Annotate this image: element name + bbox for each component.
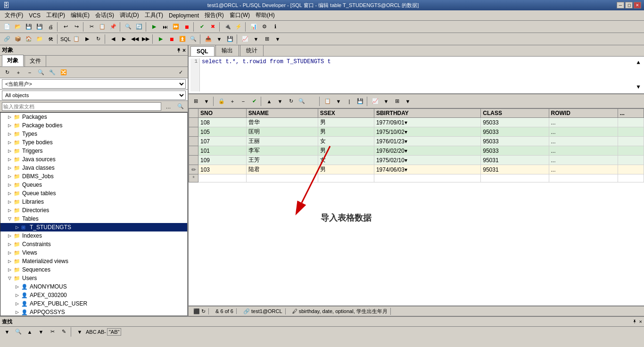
- tb-save[interactable]: 💾: [24, 22, 34, 32]
- tree-item-apex-030200[interactable]: ▷ 👤 APEX_030200: [0, 291, 187, 299]
- tb-connect[interactable]: 🔌: [223, 22, 233, 32]
- objects-dropdown[interactable]: All objects: [2, 91, 186, 100]
- menu-edit[interactable]: 编辑(E): [68, 10, 92, 20]
- tb-cut[interactable]: ✂: [86, 22, 97, 32]
- toggle-apex-public[interactable]: ▷: [16, 301, 21, 306]
- cell-ssex[interactable]: 男: [318, 127, 374, 137]
- scroll-up-icon[interactable]: ▲: [636, 59, 640, 66]
- tree-item-tables[interactable]: ▽ 📁 Tables: [0, 215, 187, 223]
- tb2-8[interactable]: ▶: [82, 34, 92, 44]
- cell-rowid[interactable]: ...: [549, 127, 618, 137]
- tree-item-types[interactable]: ▷ 📁 Types: [0, 130, 187, 138]
- tb-step[interactable]: ⏭: [160, 22, 170, 32]
- cell-sno[interactable]: 103: [198, 165, 247, 174]
- data-tb-grid2[interactable]: ⊞: [392, 96, 402, 107]
- toggle-tables[interactable]: ▽: [8, 216, 14, 221]
- left-refresh[interactable]: ↻: [2, 67, 12, 78]
- toggle-directories[interactable]: ▷: [8, 208, 14, 213]
- toggle-queue-tables[interactable]: ▷: [8, 191, 14, 196]
- tree-item-constraints[interactable]: ▷ 📁 Constraints: [0, 240, 187, 248]
- bt-7[interactable]: ▼: [74, 327, 85, 337]
- tb-print[interactable]: 🖨: [45, 22, 56, 32]
- tb2-24[interactable]: ▼: [272, 34, 283, 44]
- cell-rowid[interactable]: ...: [549, 165, 618, 174]
- tb2-6[interactable]: SQL: [60, 34, 71, 44]
- tb2-19[interactable]: ▼: [214, 34, 224, 44]
- left-search[interactable]: 🔍: [36, 67, 46, 78]
- cell-sbirthday[interactable]: 1974/06/03▾: [374, 165, 480, 174]
- tb-step2[interactable]: ⏩: [171, 22, 181, 32]
- tb-redo[interactable]: ↪: [71, 22, 82, 32]
- filter-btn[interactable]: …: [163, 101, 173, 112]
- cell-sname[interactable]: 匡明: [246, 127, 318, 137]
- col-class[interactable]: CLASS: [481, 109, 549, 118]
- filter-input[interactable]: [2, 102, 161, 111]
- tree-item-users[interactable]: ▽ 📁 Users: [0, 274, 187, 282]
- tb-rollback[interactable]: ✖: [207, 22, 218, 32]
- data-tb-chart2[interactable]: ▼: [381, 96, 391, 107]
- col-sbirthday[interactable]: SBIRTHDAY: [374, 109, 480, 118]
- data-tb-lock[interactable]: 🔒: [216, 96, 227, 107]
- data-tb-confirm[interactable]: ✔: [249, 96, 259, 107]
- tree-item-sequences[interactable]: ▷ 📁 Sequences: [0, 265, 187, 274]
- cell-ssex[interactable]: 男: [318, 118, 374, 127]
- cell-ssex[interactable]: 男: [318, 146, 374, 156]
- tb2-14[interactable]: ▶: [156, 34, 166, 44]
- tb2-4[interactable]: 📁: [34, 34, 45, 44]
- menu-file[interactable]: 文件(F): [2, 10, 26, 20]
- cell-rowid[interactable]: ...: [549, 146, 618, 156]
- bt-3[interactable]: ▲: [25, 327, 35, 337]
- bt-4[interactable]: ▼: [36, 327, 46, 337]
- data-tb-find2[interactable]: 🔍: [297, 96, 307, 107]
- cell-sname[interactable]: 王芳: [246, 156, 318, 165]
- tree-item-package-bodies[interactable]: ▷ 📁 Package bodies: [0, 121, 187, 130]
- cell-sbirthday[interactable]: 1976/02/20▾: [374, 146, 480, 156]
- tab-stats[interactable]: 统计: [240, 45, 264, 56]
- tb2-7[interactable]: 📋: [71, 34, 82, 44]
- filter-go[interactable]: 🔍: [175, 101, 186, 112]
- tb2-12[interactable]: ◀◀: [130, 34, 140, 44]
- cell-sno-new[interactable]: [198, 174, 247, 182]
- data-tb-down[interactable]: ▼: [275, 96, 285, 107]
- sql-content[interactable]: select t.*, t.rowid from T_STUDENGTS t: [200, 58, 635, 91]
- tb2-10[interactable]: ◀: [108, 34, 118, 44]
- close-button[interactable]: ✕: [634, 2, 641, 8]
- left-filter[interactable]: 🔧: [47, 67, 58, 78]
- menu-report[interactable]: 报告(R): [202, 10, 227, 20]
- table-row-new[interactable]: *: [189, 174, 644, 182]
- cell-class[interactable]: 95031: [481, 165, 549, 174]
- menu-project[interactable]: 工程(P): [43, 10, 68, 20]
- tree-item-mat-views[interactable]: ▷ 📁 Materialized views: [0, 257, 187, 265]
- tree-item-triggers[interactable]: ▷ 📁 Triggers: [0, 147, 187, 155]
- tb-commit[interactable]: ✔: [197, 22, 207, 32]
- tree-item-java-classes[interactable]: ▷ 📁 Java classes: [0, 164, 187, 172]
- tree-item-type-bodies[interactable]: ▷ 📁 Type bodies: [0, 138, 187, 147]
- cell-sbirthday-new[interactable]: [374, 174, 480, 182]
- tb-replace[interactable]: 🔄: [134, 22, 144, 32]
- tb2-18[interactable]: 📥: [203, 34, 214, 44]
- menu-session[interactable]: 会话(S): [92, 10, 117, 20]
- menu-window[interactable]: 窗口(W): [227, 10, 253, 20]
- bottom-pin[interactable]: 🖈: [632, 319, 637, 324]
- tree-item-t-studengts[interactable]: ▷ ⊞ T_STUDENGTS: [0, 223, 187, 231]
- tree-item-dbms-jobs[interactable]: ▷ 📁 DBMS_Jobs: [0, 172, 187, 181]
- cell-sname[interactable]: 李军: [246, 146, 318, 156]
- tb2-15[interactable]: ⏹: [166, 34, 177, 44]
- cell-sbirthday[interactable]: 1975/02/10▾: [374, 156, 480, 165]
- tree-item-libraries[interactable]: ▷ 📁 Libraries: [0, 198, 187, 206]
- tree-item-appqossys[interactable]: ▷ 👤 APPQOSSYS: [0, 308, 187, 316]
- bt-1[interactable]: ▼: [2, 327, 12, 337]
- cell-rowid[interactable]: ...: [549, 156, 618, 165]
- tree-item-directories[interactable]: ▷ 📁 Directories: [0, 206, 187, 215]
- col-ssex[interactable]: SSEX: [318, 109, 374, 118]
- tab-sql[interactable]: SQL: [190, 46, 215, 56]
- cell-sno[interactable]: 105: [198, 127, 247, 137]
- cell-ssex[interactable]: 女: [318, 137, 374, 146]
- minimize-button[interactable]: ─: [617, 2, 624, 8]
- cell-ssex-new[interactable]: [318, 174, 374, 182]
- bt-6[interactable]: ✎: [58, 327, 69, 337]
- tree-item-queues[interactable]: ▷ 📁 Queues: [0, 181, 187, 189]
- tree-item-anonymous[interactable]: ▷ 👤 ANONYMOUS: [0, 282, 187, 291]
- cell-class[interactable]: 95033: [481, 146, 549, 156]
- data-tb-copy3[interactable]: ▼: [333, 96, 344, 107]
